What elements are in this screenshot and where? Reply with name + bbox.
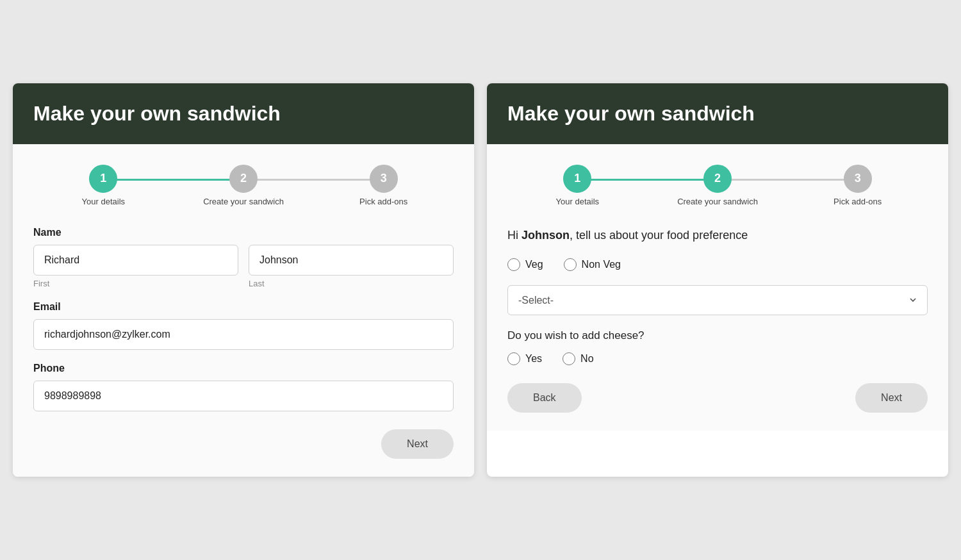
left-card-body: 1 Your details 2 Create your sandwich 3 (13, 144, 474, 477)
no-option[interactable]: No (563, 352, 593, 365)
right-card-header: Make your own sandwich (487, 83, 948, 144)
left-stepper: 1 Your details 2 Create your sandwich 3 (33, 165, 454, 206)
left-step-1: 1 Your details (33, 165, 174, 206)
greeting-name: Johnson (522, 229, 570, 242)
left-step-2-circle: 2 (229, 165, 258, 193)
email-input[interactable] (33, 319, 454, 350)
left-form-card: Make your own sandwich 1 Your details 2 (13, 83, 474, 476)
right-next-button[interactable]: Next (855, 383, 928, 413)
cheese-radio-group: Yes No (507, 352, 928, 365)
phone-label: Phone (33, 363, 454, 374)
right-step-2-circle: 2 (703, 165, 732, 193)
email-field-group: Email (33, 301, 454, 350)
right-stepper: 1 Your details 2 Create your sandwich 3 (507, 165, 928, 206)
yes-label: Yes (525, 353, 542, 365)
first-name-col: First (33, 245, 238, 288)
right-step-1-connector (577, 179, 718, 181)
left-card-header: Make your own sandwich (13, 83, 474, 144)
right-step-3-circle: 3 (844, 165, 872, 193)
first-name-input[interactable] (33, 245, 238, 276)
right-step-1-label: Your details (556, 197, 599, 206)
right-step-3: 3 Pick add-ons (787, 165, 928, 206)
yes-radio[interactable] (507, 352, 520, 365)
left-step-1-label: Your details (82, 197, 125, 206)
page-container: Make your own sandwich 1 Your details 2 (13, 83, 948, 476)
nonveg-label: Non Veg (582, 259, 621, 270)
right-step-1: 1 Your details (507, 165, 648, 206)
greeting-text: Hi Johnson, tell us about your food pref… (507, 227, 928, 244)
yes-option[interactable]: Yes (507, 352, 542, 365)
name-label: Name (33, 227, 454, 238)
veg-label: Veg (525, 259, 543, 270)
left-step-2-label: Create your sandwich (203, 197, 284, 206)
right-step-2-label: Create your sandwich (677, 197, 758, 206)
phone-input[interactable] (33, 381, 454, 411)
left-next-button[interactable]: Next (381, 429, 454, 459)
last-name-input[interactable] (249, 245, 454, 276)
veg-radio[interactable] (507, 258, 520, 271)
nonveg-option[interactable]: Non Veg (564, 258, 621, 271)
name-field-group: Name First Last (33, 227, 454, 288)
left-btn-row: Next (33, 429, 454, 459)
left-step-1-circle: 1 (89, 165, 117, 193)
left-step-1-connector (103, 179, 243, 181)
left-step-3-circle: 3 (370, 165, 398, 193)
veg-radio-group: Veg Non Veg (507, 258, 928, 271)
left-step-3-label: Pick add-ons (359, 197, 407, 206)
right-step-2-connector (718, 179, 858, 181)
cheese-question: Do you wish to add cheese? (507, 329, 928, 342)
left-card-title: Make your own sandwich (33, 101, 454, 126)
veg-option[interactable]: Veg (507, 258, 543, 271)
right-step-2: 2 Create your sandwich (648, 165, 788, 206)
right-step-1-circle: 1 (563, 165, 591, 193)
left-step-3: 3 Pick add-ons (313, 165, 454, 206)
left-step-2-connector (243, 179, 384, 181)
no-label: No (580, 353, 593, 365)
right-card-title: Make your own sandwich (507, 101, 928, 126)
bread-select[interactable]: -Select- Bread Type 1 Bread Type 2 Bread… (507, 285, 928, 315)
right-step-3-label: Pick add-ons (834, 197, 882, 206)
right-form-card: Make your own sandwich 1 Your details 2 (487, 83, 948, 476)
first-sublabel: First (33, 279, 238, 288)
no-radio[interactable] (563, 352, 575, 365)
left-step-2: 2 Create your sandwich (174, 165, 314, 206)
right-btn-row: Back Next (507, 383, 928, 413)
right-card-body: 1 Your details 2 Create your sandwich 3 (487, 144, 948, 431)
nonveg-radio[interactable] (564, 258, 577, 271)
greeting-prefix: Hi (507, 229, 522, 242)
bread-select-group: -Select- Bread Type 1 Bread Type 2 Bread… (507, 285, 928, 315)
phone-field-group: Phone (33, 363, 454, 411)
email-label: Email (33, 301, 454, 313)
last-name-col: Last (249, 245, 454, 288)
back-button[interactable]: Back (507, 383, 582, 413)
greeting-suffix: , tell us about your food preference (570, 229, 748, 242)
name-field-row: First Last (33, 245, 454, 288)
last-sublabel: Last (249, 279, 454, 288)
